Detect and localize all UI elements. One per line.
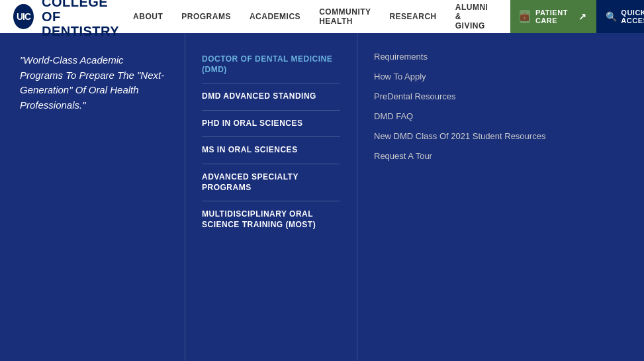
list-item: DMD ADVANCED STANDING <box>202 83 340 111</box>
search-icon: 🔍 <box>606 11 618 22</box>
nav-academics[interactable]: ACADEMICS <box>240 12 310 21</box>
program-most[interactable]: MULTIDISCIPLINARY ORAL SCIENCE TRAINING … <box>202 209 340 230</box>
list-item: Request A Tour <box>374 146 627 166</box>
list-item: PHD IN ORAL SCIENCES <box>202 111 340 138</box>
sublink-how-to-apply[interactable]: How To Apply <box>374 72 426 81</box>
programs-list: DOCTOR OF DENTAL MEDICINE (DMD) DMD ADVA… <box>202 46 340 238</box>
nav-programs[interactable]: PROGRAMS <box>172 12 240 21</box>
college-title: COLLEGE OF DENTISTRY <box>42 0 124 38</box>
patient-care-arrow: ↗ <box>578 11 587 22</box>
quote-text: "World-Class Academic Programs To Prepar… <box>20 53 165 113</box>
nav-about[interactable]: ABOUT <box>124 12 172 21</box>
list-item: New DMD Class Of 2021 Student Resources <box>374 126 627 146</box>
main-nav: ABOUT PROGRAMS ACADEMICS COMMUNITY HEALT… <box>124 3 497 30</box>
program-dmd-advanced[interactable]: DMD ADVANCED STANDING <box>202 91 340 102</box>
list-item: PreDental Resources <box>374 86 627 106</box>
nav-community-health[interactable]: COMMUNITY HEALTH <box>310 7 380 26</box>
sublink-dmd-faq[interactable]: DMD FAQ <box>374 111 413 121</box>
sublink-requirements[interactable]: Requirements <box>374 52 428 62</box>
sublinks-list: Requirements How To Apply PreDental Reso… <box>374 46 627 166</box>
list-item: DMD FAQ <box>374 106 627 126</box>
quick-access-button[interactable]: 🔍 QUICK ACCESS › <box>596 0 644 33</box>
program-advanced-specialty[interactable]: ADVANCED SPECIALTY PROGRAMS <box>202 172 340 193</box>
program-phd[interactable]: PHD IN ORAL SCIENCES <box>202 119 340 129</box>
sublink-new-class[interactable]: New DMD Class Of 2021 Student Resources <box>374 131 545 141</box>
sublink-predental[interactable]: PreDental Resources <box>374 91 456 101</box>
program-ms[interactable]: MS IN ORAL SCIENCES <box>202 145 340 156</box>
list-item: How To Apply <box>374 66 627 86</box>
logo-area: UIC COLLEGE OF DENTISTRY <box>13 0 124 38</box>
list-item: ADVANCED SPECIALTY PROGRAMS <box>202 164 340 201</box>
programs-dropdown: "World-Class Academic Programs To Prepar… <box>0 33 644 361</box>
list-item: Requirements <box>374 46 627 66</box>
top-bar-right: 💼 PATIENT CARE ↗ 🔍 QUICK ACCESS › <box>510 0 644 33</box>
header: UIC COLLEGE OF DENTISTRY ABOUT PROGRAMS … <box>0 0 644 33</box>
list-item: DOCTOR OF DENTAL MEDICINE (DMD) <box>202 46 340 83</box>
briefcase-icon: 💼 <box>520 10 530 23</box>
nav-research[interactable]: RESEARCH <box>380 12 445 21</box>
patient-care-button[interactable]: 💼 PATIENT CARE ↗ <box>510 0 596 33</box>
list-item: MULTIDISCIPLINARY ORAL SCIENCE TRAINING … <box>202 201 340 238</box>
programs-panel: DOCTOR OF DENTAL MEDICINE (DMD) DMD ADVA… <box>185 33 357 361</box>
list-item: MS IN ORAL SCIENCES <box>202 137 340 164</box>
program-dmd[interactable]: DOCTOR OF DENTAL MEDICINE (DMD) <box>202 54 340 75</box>
sublink-tour[interactable]: Request A Tour <box>374 151 432 161</box>
quote-panel: "World-Class Academic Programs To Prepar… <box>0 33 185 361</box>
uic-logo: UIC <box>13 4 34 29</box>
nav-alumni-giving[interactable]: ALUMNI & GIVING <box>446 3 498 30</box>
sublinks-panel: Requirements How To Apply PreDental Reso… <box>357 33 644 361</box>
